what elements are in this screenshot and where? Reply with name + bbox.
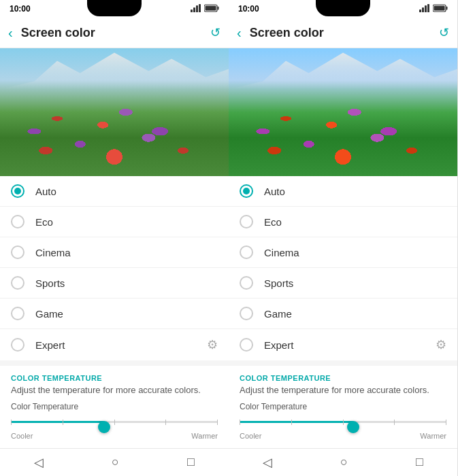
option-expert-left[interactable]: Expert ⚙ (0, 329, 229, 360)
gear-icon-right[interactable]: ⚙ (436, 337, 446, 352)
status-icons-left (191, 4, 219, 14)
svg-rect-12 (446, 7, 448, 10)
color-temp-title-right: COLOR TEMPERATURE (240, 374, 446, 382)
option-label-cinema-left: Cinema (35, 247, 218, 258)
option-game-left[interactable]: Game (0, 299, 229, 329)
preview-image-left (0, 48, 229, 176)
battery-icon-left (204, 4, 219, 14)
slider-thumb-left[interactable] (98, 421, 110, 433)
notch-right (316, 0, 370, 16)
option-eco-right[interactable]: Eco (229, 207, 457, 237)
status-time-left: 10:00 (10, 4, 31, 14)
radio-expert-left (11, 338, 24, 352)
svg-rect-8 (422, 7, 424, 12)
phone-right: 10:00 ‹ Screen color ↺ (229, 0, 457, 476)
radio-game-left (11, 307, 24, 320)
color-temp-desc-right: Adjust the temperature for more accurate… (240, 385, 446, 395)
nav-back-right[interactable]: ◁ (263, 455, 272, 470)
slider-thumb-right[interactable] (347, 421, 359, 433)
preview-image-right (229, 48, 457, 176)
slider-fill-left (11, 421, 104, 423)
radio-game-right (240, 307, 253, 320)
slider-labels-left: Cooler Warmer (11, 432, 218, 440)
svg-rect-2 (196, 5, 198, 12)
option-sports-right[interactable]: Sports (229, 268, 457, 299)
radio-expert-right (240, 338, 253, 352)
back-button-right[interactable]: ‹ (237, 25, 242, 41)
slider-label-right: Color Temperature (240, 402, 446, 411)
slider-container-right[interactable] (240, 415, 446, 429)
radio-inner-auto-left (14, 188, 21, 194)
option-label-eco-right: Eco (264, 216, 446, 228)
option-game-right[interactable]: Game (229, 299, 457, 329)
nav-bar-right: ◁ ○ □ (229, 448, 457, 476)
radio-auto-right (240, 184, 253, 198)
color-temp-section-right: COLOR TEMPERATURE Adjust the temperature… (229, 366, 457, 448)
option-label-expert-left: Expert (35, 339, 196, 351)
radio-inner-auto-right (243, 188, 250, 194)
battery-icon-right (433, 4, 448, 14)
cooler-label-left: Cooler (11, 432, 33, 440)
svg-rect-13 (434, 6, 445, 11)
signal-icon-right (419, 4, 430, 14)
notch-left (87, 0, 142, 16)
slider-container-left[interactable] (11, 415, 218, 429)
option-cinema-left[interactable]: Cinema (0, 237, 229, 268)
nav-recent-right[interactable]: □ (416, 455, 423, 469)
refresh-button-left[interactable]: ↺ (210, 25, 220, 40)
gear-icon-left[interactable]: ⚙ (207, 337, 218, 352)
cooler-label-right: Cooler (240, 432, 261, 440)
option-sports-left[interactable]: Sports (0, 268, 229, 299)
warmer-label-left: Warmer (191, 432, 218, 440)
nav-home-right[interactable]: ○ (340, 455, 348, 469)
nav-recent-left[interactable]: □ (187, 455, 195, 469)
radio-sports-left (11, 276, 24, 290)
mountain-snow-left (0, 48, 229, 89)
color-temp-section-left: COLOR TEMPERATURE Adjust the temperature… (0, 366, 229, 448)
option-cinema-right[interactable]: Cinema (229, 237, 457, 268)
option-label-game-right: Game (264, 308, 446, 320)
nav-bar-left: ◁ ○ □ (0, 448, 229, 476)
radio-eco-left (11, 215, 24, 228)
svg-rect-3 (199, 4, 201, 12)
signal-icon-left (191, 4, 201, 14)
option-eco-left[interactable]: Eco (0, 207, 229, 237)
option-label-auto-right: Auto (264, 186, 446, 197)
nav-home-left[interactable]: ○ (112, 455, 119, 469)
option-label-expert-right: Expert (264, 339, 425, 351)
slider-labels-right: Cooler Warmer (240, 432, 446, 440)
option-label-eco-left: Eco (35, 216, 218, 228)
svg-rect-5 (218, 7, 219, 10)
radio-cinema-right (240, 245, 253, 259)
svg-rect-7 (419, 10, 421, 12)
option-expert-right[interactable]: Expert ⚙ (229, 329, 457, 360)
status-icons-right (419, 4, 448, 14)
options-list-right: Auto Eco Cinema Sports Game Expert ⚙ (229, 176, 457, 360)
option-label-cinema-right: Cinema (264, 247, 446, 258)
slider-track-right (240, 421, 446, 423)
mountain-snow-right (229, 48, 457, 89)
option-auto-right[interactable]: Auto (229, 176, 457, 207)
nav-back-left[interactable]: ◁ (34, 455, 44, 470)
section-divider-right (229, 360, 457, 366)
status-time-right: 10:00 (238, 4, 259, 14)
back-button-left[interactable]: ‹ (8, 25, 13, 41)
slider-fill-right (240, 421, 353, 423)
svg-rect-0 (191, 10, 193, 12)
toolbar-right: ‹ Screen color ↺ (229, 18, 457, 48)
toolbar-title-right: Screen color (250, 26, 431, 40)
warmer-label-right: Warmer (420, 432, 446, 440)
svg-rect-9 (425, 5, 427, 12)
option-label-sports-right: Sports (264, 277, 446, 289)
radio-auto-left (11, 184, 24, 198)
refresh-button-right[interactable]: ↺ (439, 25, 449, 40)
option-label-auto-left: Auto (35, 186, 218, 197)
svg-rect-6 (206, 6, 216, 11)
section-divider-left (0, 360, 229, 366)
color-temp-title-left: COLOR TEMPERATURE (11, 374, 218, 382)
svg-rect-10 (427, 4, 429, 12)
option-auto-left[interactable]: Auto (0, 176, 229, 207)
svg-rect-1 (193, 7, 195, 12)
color-temp-desc-left: Adjust the temperature for more accurate… (11, 385, 218, 395)
radio-sports-right (240, 276, 253, 290)
